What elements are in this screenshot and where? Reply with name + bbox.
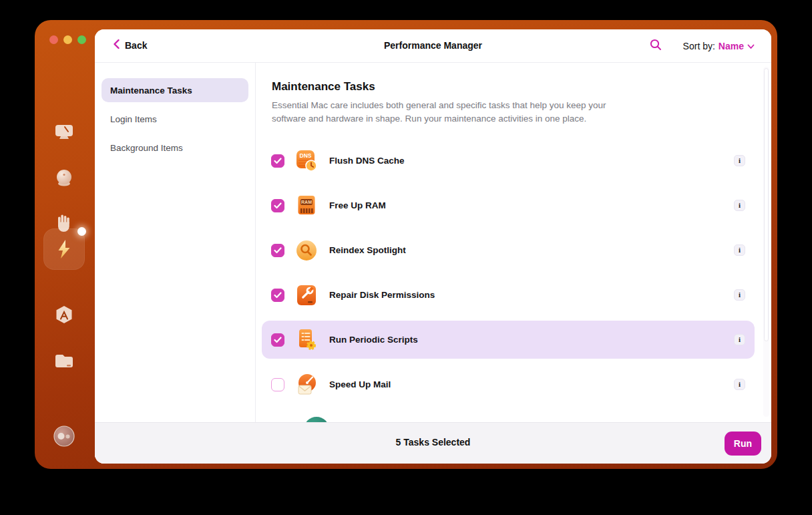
minimize-window-button[interactable] — [63, 35, 72, 44]
info-button[interactable]: i — [734, 155, 745, 166]
svg-text:DNS: DNS — [300, 152, 312, 159]
scrollbar-track[interactable] — [763, 67, 769, 417]
dns-cache-icon: DNS — [294, 149, 319, 173]
info-button[interactable]: i — [734, 200, 745, 211]
nav-item-maintenance-tasks[interactable]: Maintenance Tasks — [102, 78, 248, 102]
main-panel: Maintenance Tasks Essential Mac care inc… — [256, 63, 771, 422]
sort-by-value: Name — [719, 41, 744, 51]
titlebar: Back Performance Manager Sort by: Name — [95, 29, 771, 63]
sphere-icon — [52, 166, 76, 190]
assistant-button[interactable] — [52, 424, 76, 448]
monitor-icon — [52, 120, 76, 144]
section-nav: Maintenance Tasks Login Items Background… — [95, 63, 256, 464]
desktop-background: Back Performance Manager Sort by: Name — [0, 0, 812, 515]
task-label: Speed Up Mail — [329, 379, 391, 389]
task-label: Free Up RAM — [329, 200, 386, 210]
section-heading: Maintenance Tasks — [272, 80, 771, 94]
scrollbar-thumb[interactable] — [764, 68, 769, 341]
task-checkbox[interactable] — [271, 289, 284, 302]
sort-by-dropdown[interactable]: Sort by: Name — [683, 40, 755, 52]
run-button[interactable]: Run — [725, 432, 761, 456]
task-checkbox[interactable] — [271, 378, 284, 391]
spotlight-magnifier-icon — [294, 238, 319, 263]
task-checkbox[interactable] — [271, 199, 284, 212]
task-checkbox[interactable] — [271, 333, 284, 347]
nav-item-background-items[interactable]: Background Items — [102, 136, 248, 160]
disk-wrench-icon — [294, 283, 319, 307]
sort-by-label: Sort by: — [683, 41, 715, 51]
task-label: Repair Disk Permissions — [329, 290, 435, 300]
task-row-reindex-spotlight[interactable]: Reindex Spotlight i — [262, 231, 755, 269]
task-row-speed-up-mail[interactable]: Speed Up Mail i — [262, 365, 755, 403]
notification-badge — [77, 227, 86, 236]
tasks-selected-status: 5 Tasks Selected — [95, 437, 771, 448]
close-window-button[interactable] — [49, 35, 58, 44]
search-icon[interactable] — [650, 39, 662, 53]
task-row-repair-disk-permissions[interactable]: Repair Disk Permissions i — [262, 276, 755, 314]
app-window: Back Performance Manager Sort by: Name — [35, 20, 777, 469]
zoom-window-button[interactable] — [77, 35, 86, 44]
assistant-face-icon — [52, 424, 76, 448]
task-row-flush-dns-cache[interactable]: DNS Flush DNS Cache i — [262, 142, 755, 180]
task-checkbox[interactable] — [271, 154, 284, 168]
task-checkbox[interactable] — [271, 244, 284, 257]
info-button[interactable]: i — [734, 289, 745, 301]
footer-bar: 5 Tasks Selected Run — [95, 422, 771, 464]
section-description: Essential Mac care includes both general… — [272, 99, 614, 125]
task-row-free-up-ram[interactable]: RAM Free Up RAM i — [262, 186, 755, 224]
info-button[interactable]: i — [734, 379, 745, 390]
sidebar-item-smart-care[interactable] — [52, 120, 76, 144]
chevron-down-icon — [747, 40, 755, 52]
info-button[interactable]: i — [734, 334, 745, 345]
svg-text:RAM: RAM — [301, 200, 312, 204]
info-button[interactable]: i — [734, 244, 745, 256]
task-label: Run Periodic Scripts — [329, 335, 418, 345]
nav-item-login-items[interactable]: Login Items — [102, 107, 248, 131]
script-gear-icon — [294, 328, 319, 352]
content-card: Back Performance Manager Sort by: Name — [95, 29, 771, 464]
task-list: DNS Flush DNS Cache i — [262, 142, 755, 410]
task-label: Reindex Spotlight — [329, 245, 406, 255]
folder-icon — [52, 349, 76, 373]
sidebar-item-cleanup[interactable] — [52, 166, 76, 190]
sidebar-item-my-clutter[interactable] — [52, 349, 76, 373]
ram-chip-icon: RAM — [294, 194, 319, 218]
sidebar-item-performance-active[interactable] — [43, 228, 85, 270]
task-label: Flush DNS Cache — [329, 156, 405, 166]
traffic-lights — [49, 35, 86, 44]
applications-hexagon-icon — [52, 304, 76, 328]
mail-speedometer-icon — [294, 373, 319, 397]
task-row-run-periodic-scripts[interactable]: Run Periodic Scripts i — [262, 321, 755, 359]
sidebar-item-applications[interactable] — [52, 304, 76, 328]
